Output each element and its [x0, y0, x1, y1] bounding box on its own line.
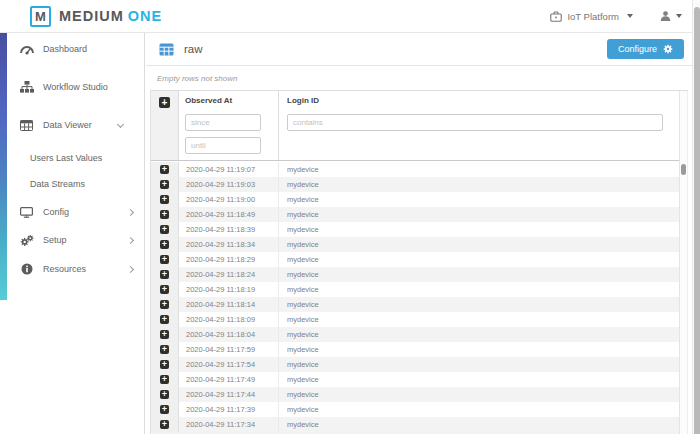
top-header: M MEDIUMONE IoT Platform	[0, 0, 700, 33]
platform-menu[interactable]: IoT Platform	[550, 11, 633, 22]
expand-row-button[interactable]	[160, 240, 169, 249]
table-rows: 2020-04-29 11:19:07 mydevice 2020-04-29 …	[151, 162, 679, 434]
expand-cell	[151, 162, 179, 177]
table-row: 2020-04-29 11:18:34 mydevice	[151, 237, 679, 252]
table-row: 2020-04-29 11:18:24 mydevice	[151, 267, 679, 282]
login-id-column-title: Login ID	[287, 96, 671, 110]
expand-row-button[interactable]	[160, 210, 169, 219]
app-window: M MEDIUMONE IoT Platform	[0, 0, 700, 434]
row-observed-at: 2020-04-29 11:18:34	[179, 237, 279, 252]
until-filter-input[interactable]	[185, 137, 261, 154]
row-login-id: mydevice	[279, 342, 679, 357]
expand-row-button[interactable]	[160, 285, 169, 294]
row-observed-at: 2020-04-29 11:18:39	[179, 222, 279, 237]
expand-row-button[interactable]	[160, 360, 169, 369]
table-header: Observed At Login ID	[151, 91, 679, 161]
expand-row-button[interactable]	[160, 195, 169, 204]
expand-row-button[interactable]	[160, 390, 169, 399]
sidebar-item-label: Dashboard	[43, 44, 87, 54]
row-login-id: mydevice	[279, 297, 679, 312]
sidebar: Dashboard Workflow Studio	[0, 33, 145, 434]
expand-row-button[interactable]	[160, 420, 169, 429]
chevron-down-icon	[117, 121, 124, 128]
expand-row-button[interactable]	[160, 180, 169, 189]
expand-row-button[interactable]	[160, 405, 169, 414]
expand-row-button[interactable]	[160, 300, 169, 309]
brand-name: MEDIUMONE	[59, 8, 162, 24]
chevron-down-icon	[676, 14, 682, 18]
brand-mark-letter: M	[35, 9, 46, 24]
table-row: 2020-04-29 11:18:49 mydevice	[151, 207, 679, 222]
expand-row-button[interactable]	[160, 375, 169, 384]
table-scrollbar-thumb[interactable]	[681, 164, 686, 175]
sidebar-item-data-streams[interactable]: Data Streams	[0, 173, 144, 195]
page-scrollbar[interactable]	[692, 0, 700, 434]
expand-cell	[151, 327, 179, 342]
data-table: Observed At Login ID 2020-04-29 11:19:07…	[150, 90, 688, 434]
table-row: 2020-04-29 11:18:39 mydevice	[151, 222, 679, 237]
expand-row-button[interactable]	[160, 255, 169, 264]
row-observed-at: 2020-04-29 11:18:14	[179, 297, 279, 312]
table-icon	[19, 120, 34, 131]
platform-menu-label: IoT Platform	[567, 11, 619, 22]
row-observed-at: 2020-04-29 11:18:24	[179, 267, 279, 282]
row-login-id: mydevice	[279, 252, 679, 267]
sidebar-item-workflow-studio[interactable]: Workflow Studio	[0, 73, 144, 101]
brand-name-accent: ONE	[128, 8, 162, 24]
sidebar-item-data-viewer[interactable]: Data Viewer	[0, 111, 144, 139]
expand-cell	[151, 282, 179, 297]
expand-cell	[151, 177, 179, 192]
table-row: 2020-04-29 11:18:29 mydevice	[151, 252, 679, 267]
sidebar-item-resources[interactable]: Resources	[0, 255, 144, 283]
expand-cell	[151, 387, 179, 402]
expand-cell	[151, 297, 179, 312]
row-login-id: mydevice	[279, 237, 679, 252]
empty-rows-note: Empty rows not shown	[157, 74, 692, 83]
expand-cell	[151, 312, 179, 327]
row-observed-at: 2020-04-29 11:17:54	[179, 357, 279, 372]
user-icon	[659, 10, 672, 22]
table-row: 2020-04-29 11:17:39 mydevice	[151, 402, 679, 417]
expand-row-button[interactable]	[160, 330, 169, 339]
content-header: raw Configure	[146, 33, 692, 66]
brand-logo[interactable]: M MEDIUMONE	[30, 6, 162, 27]
row-login-id: mydevice	[279, 372, 679, 387]
configure-button[interactable]: Configure	[607, 39, 684, 59]
expand-row-button[interactable]	[160, 315, 169, 324]
expand-row-button[interactable]	[160, 165, 169, 174]
row-login-id: mydevice	[279, 402, 679, 417]
sidebar-item-label: Data Viewer	[43, 120, 92, 130]
row-login-id: mydevice	[279, 222, 679, 237]
contains-filter-input[interactable]	[287, 114, 663, 131]
sidebar-item-label: Data Streams	[30, 179, 85, 189]
gear-icon	[663, 44, 673, 54]
expand-row-button[interactable]	[160, 270, 169, 279]
expand-all-button[interactable]	[159, 97, 170, 108]
since-filter-input[interactable]	[185, 114, 261, 131]
sidebar-item-label: Config	[43, 207, 69, 217]
brand-name-primary: MEDIUM	[59, 8, 124, 24]
expand-cell	[151, 252, 179, 267]
expand-row-button[interactable]	[160, 225, 169, 234]
page-scrollbar-thumb[interactable]	[694, 7, 700, 434]
sidebar-item-users-last-values[interactable]: Users Last Values	[0, 147, 144, 169]
expand-cell	[151, 417, 179, 432]
row-login-id: mydevice	[279, 312, 679, 327]
row-observed-at: 2020-04-29 11:17:44	[179, 387, 279, 402]
row-login-id: mydevice	[279, 177, 679, 192]
chevron-right-icon	[127, 236, 134, 243]
row-login-id: mydevice	[279, 282, 679, 297]
user-menu[interactable]	[659, 10, 682, 22]
row-observed-at: 2020-04-29 11:18:29	[179, 252, 279, 267]
expand-row-button[interactable]	[160, 345, 169, 354]
sidebar-item-dashboard[interactable]: Dashboard	[0, 35, 144, 63]
brand-mark-icon: M	[30, 6, 51, 27]
expand-cell	[151, 372, 179, 387]
row-login-id: mydevice	[279, 387, 679, 402]
briefcase-icon	[550, 11, 562, 22]
table-row: 2020-04-29 11:19:03 mydevice	[151, 177, 679, 192]
sidebar-item-config[interactable]: Config	[0, 198, 144, 226]
chevron-right-icon	[127, 265, 134, 272]
sidebar-item-setup[interactable]: Setup	[0, 226, 144, 254]
table-scrollbar[interactable]	[679, 91, 688, 434]
